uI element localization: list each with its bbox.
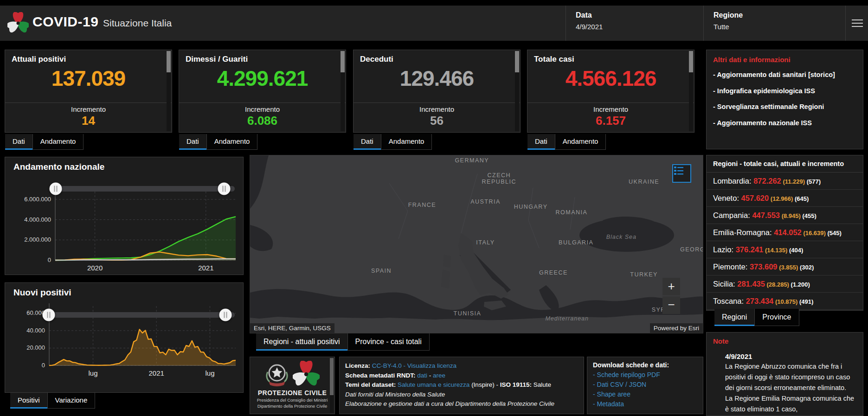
scrollbar[interactable] <box>689 51 693 131</box>
scrollbar[interactable] <box>515 51 519 131</box>
time-range-slider[interactable] <box>54 186 235 192</box>
svg-text:2021: 2021 <box>198 264 213 272</box>
slider-handle-left[interactable] <box>43 309 55 321</box>
increment-label: Incremento <box>354 105 520 113</box>
tab-dati[interactable]: Dati <box>527 134 555 150</box>
download-link[interactable]: - Dati CSV / JSON <box>593 381 697 388</box>
card-increment-section: Incremento 6.086 <box>179 102 346 132</box>
panel-logo: PROTEZIONE CIVILE Presidenza del Consigl… <box>250 357 335 414</box>
region-row[interactable]: Lazio: 376.241 (14.135) (404) <box>707 241 863 258</box>
region-row[interactable]: Emilia-Romagna: 414.052 (16.639) (545) <box>707 224 863 241</box>
scrollbar[interactable] <box>341 51 345 131</box>
zoom-out-button[interactable]: − <box>662 296 680 314</box>
scrollbar[interactable] <box>167 51 171 131</box>
license-line: Scheda metadati RNDT: dati - aree <box>345 371 578 381</box>
app-title: COVID-19 <box>32 14 98 30</box>
zoom-in-button[interactable]: + <box>662 278 680 295</box>
card-increment-section: Incremento 6.157 <box>527 102 694 132</box>
map-basemap <box>250 155 703 333</box>
license-line: Temi del dataset: Salute umana e sicurez… <box>345 380 578 390</box>
date-block: Data 4/9/2021 <box>576 11 603 31</box>
region-value: Tutte <box>714 23 743 31</box>
note-title: Note <box>713 337 856 345</box>
region-row[interactable]: Sicilia: 281.435 (28.285) (1.200) <box>707 275 863 293</box>
region-row[interactable]: Lombardia: 872.262 (11.229) (577) <box>707 173 863 190</box>
region-row[interactable]: Veneto: 457.620 (12.966) (645) <box>707 190 863 207</box>
increment-value: 56 <box>354 114 520 128</box>
card-title: Totale casi <box>527 50 694 64</box>
tab-dati[interactable]: Dati <box>5 134 32 150</box>
panel-andamento-nazionale: Andamento nazionale 02.000.0004.000.0006… <box>5 157 244 275</box>
tab-province-casi-totali[interactable]: Province - casi totali <box>347 333 430 351</box>
covid-dashboard: COVID-19 Situazione Italia Data 4/9/2021… <box>0 0 868 416</box>
svg-text:0: 0 <box>42 362 45 369</box>
svg-text:6.000.000: 6.000.000 <box>24 196 51 203</box>
license-label: Scheda metadati RNDT: <box>345 372 417 379</box>
card-increment-section: Incremento 14 <box>5 102 172 132</box>
sidebar-link[interactable]: - Aggiornamento nazionale ISS <box>713 119 856 128</box>
download-link[interactable]: - Shape aree <box>593 390 697 398</box>
card-dimessi-guariti: Dimessi / Guariti 4.299.621 Incremento 6… <box>179 50 346 133</box>
license-line: Dati forniti dal Ministero della Salute <box>345 390 578 400</box>
header-divider <box>845 6 846 41</box>
tab-dati[interactable]: Dati <box>179 134 206 150</box>
license-link[interactable]: aree <box>433 372 445 379</box>
license-link[interactable]: Salute umana e sicurezza <box>398 381 469 388</box>
svg-text:2020: 2020 <box>87 264 103 272</box>
scrollbar[interactable] <box>330 358 334 413</box>
altri-dati-links: - Aggiornamento dati sanitari [storico]-… <box>713 70 856 128</box>
slider-handle-left[interactable] <box>49 183 62 195</box>
separator: - <box>402 362 407 369</box>
menu-icon[interactable] <box>852 19 863 28</box>
tab-province[interactable]: Province <box>754 309 799 326</box>
svg-text:40.000: 40.000 <box>26 327 45 334</box>
tab-regioni-attuali-positivi[interactable]: Regioni - attuali positivi <box>256 333 347 351</box>
panel-download: Download schede e dati: - Schede riepilo… <box>587 357 703 414</box>
app-header: COVID-19 Situazione Italia Data 4/9/2021… <box>0 6 868 41</box>
license-link[interactable]: CC-BY-4.0 <box>372 362 402 369</box>
slider-handle-right[interactable] <box>218 183 230 195</box>
europe-map[interactable]: GERMANYCZECH REPUBLICUKRAINEAUSTRIAFRANC… <box>250 155 703 333</box>
license-label: Temi del dataset: <box>345 381 398 388</box>
tab-andamento[interactable]: Andamento <box>32 134 84 150</box>
download-link[interactable]: - Metadata <box>593 400 697 408</box>
tab-andamento[interactable]: Andamento <box>381 134 432 150</box>
tab-andamento[interactable]: Andamento <box>206 134 258 150</box>
panel-altri-dati: Altri dati e informazioni - Aggiornament… <box>706 50 863 149</box>
card-tabs: Dati Andamento <box>179 134 257 150</box>
region-row[interactable]: Campania: 447.553 (8.945) (455) <box>707 207 863 224</box>
tab-regioni[interactable]: Regioni <box>714 309 754 326</box>
license-line: Elaborazione e gestione dati a cura del … <box>345 399 578 409</box>
sidebar-link[interactable]: - Sorveglianza settimanale Regioni <box>713 102 856 112</box>
map-tabs: Regioni - attuali positivi Province - ca… <box>256 333 430 351</box>
license-link[interactable]: Visualizza licenza <box>407 362 457 369</box>
region-row[interactable]: Piemonte: 373.609 (3.855) (302) <box>707 258 863 275</box>
increment-value: 6.086 <box>179 114 346 128</box>
date-value: 4/9/2021 <box>576 23 603 31</box>
increment-label: Incremento <box>5 105 172 113</box>
tab-positivi[interactable]: Positivi <box>10 393 47 409</box>
svg-text:lug: lug <box>206 369 215 377</box>
region-row[interactable]: Toscana: 273.434 (10.875) (491) <box>707 293 863 310</box>
tab-variazione[interactable]: Variazione <box>47 393 96 409</box>
panel-regioni: Regioni - totale casi, attuali e increme… <box>706 155 863 311</box>
slider-handle-right[interactable] <box>219 309 231 321</box>
license-text: Salute <box>532 381 551 388</box>
note-text: La Regione Abruzzo comunica che fra i po… <box>725 361 855 415</box>
license-link[interactable]: dati <box>417 372 427 379</box>
sidebar-link[interactable]: - Aggiornamento dati sanitari [storico] <box>713 70 856 80</box>
panel-note: Note 4/9/2021 La Regione Abruzzo comunic… <box>706 332 863 416</box>
svg-text:lug: lug <box>88 369 97 377</box>
card-title: Attuali positivi <box>5 50 172 64</box>
tab-andamento[interactable]: Andamento <box>555 134 606 150</box>
legend-icon[interactable] <box>672 164 691 183</box>
download-link[interactable]: - Schede riepilogo PDF <box>593 371 697 378</box>
time-range-slider[interactable] <box>47 312 235 318</box>
sidebar-link[interactable]: - Infografica epidemiologica ISS <box>713 87 856 96</box>
note-date: 4/9/2021 <box>725 352 856 360</box>
powered-by-esri: Powered by Esri <box>650 323 703 333</box>
svg-text:0: 0 <box>48 256 51 263</box>
tab-dati[interactable]: Dati <box>354 134 381 150</box>
card-title: Dimessi / Guariti <box>179 50 346 64</box>
logo-subtitle-1: Presidenza del Consiglio dei Ministri <box>250 397 334 403</box>
